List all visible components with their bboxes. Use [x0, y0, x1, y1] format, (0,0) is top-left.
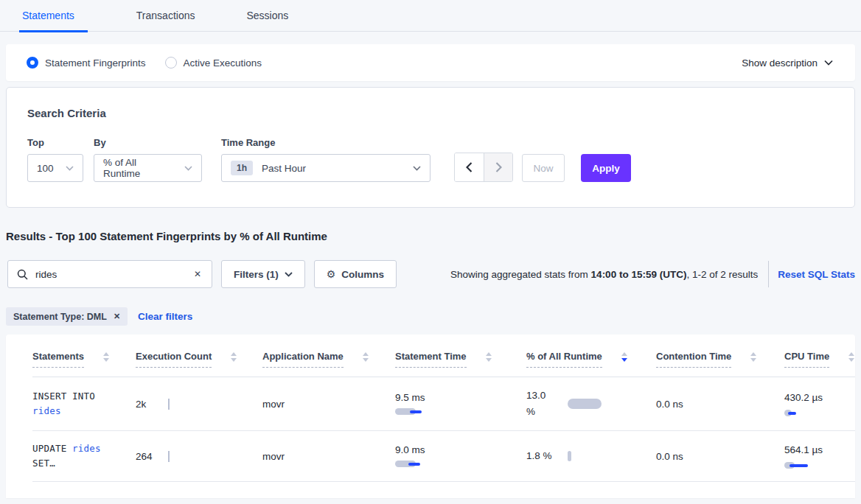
search-input[interactable] — [35, 269, 192, 280]
column-header-pct-of-all-runtime[interactable]: % of All Runtime — [526, 337, 656, 377]
time-prev-button[interactable] — [455, 153, 484, 181]
chevron-down-icon — [184, 166, 192, 171]
contention-time-cell: 0.0 ns — [656, 377, 784, 431]
gear-icon: ⚙ — [327, 268, 336, 280]
radio-statement-fingerprints[interactable]: Statement Fingerprints — [27, 57, 146, 69]
tab-statements[interactable]: Statements — [19, 10, 88, 32]
statement-link[interactable]: rides — [32, 405, 61, 416]
time-step-group — [454, 153, 513, 182]
statements-table-card: Statements Execution Count Application N… — [6, 335, 855, 498]
time-range-label: Time Range — [221, 137, 430, 148]
cpu-time-cell: 430.2 µs — [784, 377, 855, 431]
radio-selected-icon — [27, 57, 38, 69]
filter-tag-label: Statement Type: DML — [13, 312, 107, 322]
columns-button[interactable]: ⚙ Columns — [314, 260, 397, 288]
by-select[interactable]: % of All Runtime — [94, 154, 202, 182]
table-row: INSERT INTO rides 2k movr 9.5 ms 13.0 % … — [32, 377, 855, 431]
time-range-value: Past Hour — [262, 163, 306, 174]
top-field: Top 100 — [27, 137, 83, 182]
top-label: Top — [27, 137, 83, 148]
cpu-time-cell: 564.1 µs — [784, 431, 855, 482]
clear-filters-link[interactable]: Clear filters — [138, 311, 192, 322]
cpu-time-bar — [784, 462, 848, 469]
column-header-application-name[interactable]: Application Name — [262, 337, 395, 377]
column-header-contention-time[interactable]: Contention Time — [656, 337, 784, 377]
apply-button[interactable]: Apply — [581, 154, 631, 182]
reset-sql-stats-link[interactable]: Reset SQL Stats — [778, 269, 855, 280]
filters-button[interactable]: Filters (1) — [221, 260, 305, 288]
sort-icon[interactable] — [848, 352, 854, 367]
top-select[interactable]: 100 — [27, 154, 83, 182]
statements-table: Statements Execution Count Application N… — [32, 337, 855, 482]
clear-search-icon[interactable]: ✕ — [192, 269, 203, 279]
filter-tag-statement-type[interactable]: Statement Type: DML ✕ — [6, 307, 128, 326]
column-header-execution-count[interactable]: Execution Count — [136, 337, 262, 377]
chevron-down-icon — [824, 60, 833, 66]
table-row: UPDATE rides SET… 264 movr 9.0 ms 1.8 % … — [32, 431, 855, 482]
pct-runtime-cell: 1.8 % — [526, 431, 656, 482]
application-name-cell: movr — [262, 377, 395, 431]
remove-filter-icon[interactable]: ✕ — [114, 312, 120, 321]
contention-time-cell: 0.0 ns — [656, 431, 784, 482]
top-tab-bar: Statements Transactions Sessions — [0, 0, 861, 32]
results-heading: Results - Top 100 Statement Fingerprints… — [6, 230, 855, 242]
active-filters-row: Statement Type: DML ✕ Clear filters — [6, 307, 855, 326]
columns-label: Columns — [341, 269, 384, 280]
filters-label: Filters (1) — [234, 269, 279, 280]
application-name-cell: movr — [262, 431, 395, 482]
by-field: By % of All Runtime — [94, 137, 202, 182]
chevron-down-icon — [285, 272, 293, 277]
time-range-field: Time Range 1h Past Hour — [221, 137, 430, 182]
sort-icon[interactable] — [231, 352, 237, 367]
execution-count-bar — [168, 399, 170, 410]
results-controls-row: ✕ Filters (1) ⚙ Columns Showing aggregat… — [7, 260, 855, 288]
view-toggle-bar: Statement Fingerprints Active Executions… — [6, 44, 855, 81]
chevron-left-icon — [466, 162, 473, 172]
search-input-wrapper: ✕ — [7, 260, 212, 288]
show-description-toggle[interactable]: Show description — [742, 57, 833, 69]
column-header-statements[interactable]: Statements — [32, 337, 136, 377]
radio-label: Statement Fingerprints — [45, 57, 146, 69]
statement-time-cell: 9.5 ms — [395, 377, 526, 431]
execution-count-cell: 264 — [136, 431, 262, 482]
pct-runtime-bar — [568, 451, 571, 461]
stats-summary: Showing aggregated stats from 14:00 to 1… — [450, 269, 758, 280]
radio-active-executions[interactable]: Active Executions — [165, 57, 262, 69]
by-select-value: % of All Runtime — [103, 157, 174, 179]
execution-count-bar — [168, 451, 170, 462]
chevron-down-icon — [413, 166, 421, 171]
time-range-select[interactable]: 1h Past Hour — [221, 154, 430, 182]
pct-runtime-cell: 13.0 % — [526, 377, 656, 431]
sort-desc-icon[interactable] — [621, 352, 627, 367]
by-label: By — [94, 137, 202, 148]
column-header-statement-time[interactable]: Statement Time — [395, 337, 526, 377]
statement-time-bar — [395, 408, 519, 416]
execution-count-cell: 2k — [136, 377, 262, 431]
cpu-time-bar — [784, 410, 848, 417]
radio-unselected-icon — [165, 57, 177, 69]
tab-transactions[interactable]: Transactions — [133, 10, 198, 32]
sql-activity-page: Statements Transactions Sessions Stateme… — [0, 0, 861, 504]
sort-icon[interactable] — [750, 352, 756, 367]
sort-icon[interactable] — [363, 352, 369, 367]
chevron-down-icon — [66, 166, 74, 171]
table-header-row: Statements Execution Count Application N… — [32, 337, 855, 377]
now-button[interactable]: Now — [522, 154, 565, 182]
statement-link[interactable]: rides — [72, 443, 101, 454]
radio-label: Active Executions — [184, 57, 262, 69]
search-icon — [17, 269, 28, 280]
search-criteria-card: Search Criteria Top 100 By % of All Runt… — [6, 87, 855, 208]
statement-cell: UPDATE rides SET… — [32, 431, 136, 482]
statement-cell: INSERT INTO rides — [32, 377, 136, 431]
sort-icon[interactable] — [486, 352, 492, 367]
sort-icon[interactable] — [103, 352, 109, 367]
tab-sessions[interactable]: Sessions — [243, 10, 291, 32]
show-description-label: Show description — [742, 57, 818, 69]
column-header-cpu-time[interactable]: CPU Time — [784, 337, 855, 377]
time-next-button[interactable] — [484, 153, 512, 181]
top-select-value: 100 — [37, 163, 54, 174]
search-criteria-title: Search Criteria — [27, 107, 834, 119]
statement-time-cell: 9.0 ms — [395, 431, 526, 482]
statement-time-bar — [395, 461, 519, 468]
vertical-divider — [768, 261, 769, 287]
